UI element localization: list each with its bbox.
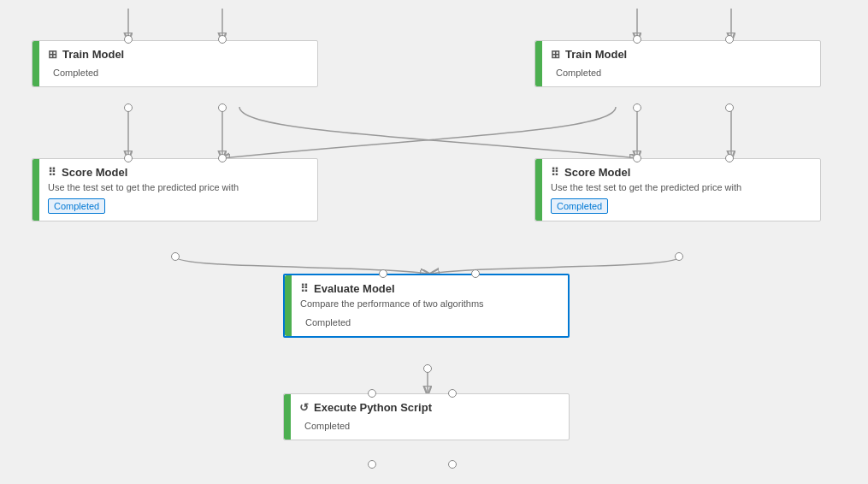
train-model-1-icon: ⊞ — [48, 48, 57, 61]
node-accent — [535, 41, 542, 86]
connector-dot[interactable] — [124, 103, 133, 112]
train-model-1-status: Completed — [48, 66, 103, 80]
connector-dot[interactable] — [218, 154, 227, 162]
train-model-2-status: Completed — [551, 66, 606, 80]
node-body: ⠿ Score Model Use the test set to get th… — [39, 159, 317, 221]
connector-dot[interactable] — [471, 269, 480, 278]
train-model-1-node[interactable]: ⊞ Train Model Completed — [32, 40, 318, 87]
connector-dot[interactable] — [124, 35, 133, 44]
execute-python-status: Completed — [299, 419, 355, 433]
train-model-1-title: Train Model — [62, 48, 124, 61]
score-model-2-node[interactable]: ⠿ Score Model Use the test set to get th… — [534, 158, 821, 221]
evaluate-model-title: Evaluate Model — [314, 282, 395, 295]
execute-python-node[interactable]: ↺ Execute Python Script Completed — [283, 393, 570, 440]
connector-dot[interactable] — [368, 460, 376, 469]
node-accent — [535, 159, 542, 221]
score-model-1-desc: Use the test set to get the predicted pr… — [48, 182, 309, 192]
node-accent — [32, 159, 39, 221]
train-model-2-icon: ⊞ — [551, 48, 560, 61]
connector-dot[interactable] — [633, 154, 641, 162]
connector-dot[interactable] — [448, 389, 457, 398]
connector-dot[interactable] — [725, 103, 734, 112]
connector-dot[interactable] — [379, 269, 387, 278]
evaluate-model-icon: ⠿ — [300, 282, 309, 295]
connector-dot[interactable] — [725, 154, 734, 162]
score-model-1-icon: ⠿ — [48, 166, 56, 179]
node-body: ⊞ Train Model Completed — [542, 41, 820, 86]
connector-dot[interactable] — [368, 389, 376, 398]
connector-dot[interactable] — [633, 103, 641, 112]
score-model-2-status: Completed — [551, 198, 608, 214]
connector-dot[interactable] — [633, 35, 641, 44]
node-accent — [284, 394, 291, 440]
node-body: ⠿ Score Model Use the test set to get th… — [542, 159, 820, 221]
node-title: ⊞ Train Model — [551, 48, 812, 61]
score-model-2-desc: Use the test set to get the predicted pr… — [551, 182, 812, 192]
workflow-canvas: ⊞ Train Model Completed ⊞ Train Model Co… — [0, 0, 868, 484]
node-title: ↺ Execute Python Script — [299, 401, 560, 414]
node-title: ⠿ Score Model — [551, 166, 812, 179]
node-title: ⊞ Train Model — [48, 48, 309, 61]
node-body: ⠿ Evaluate Model Compare the performance… — [292, 275, 568, 336]
node-body: ⊞ Train Model Completed — [39, 41, 317, 86]
connector-dot[interactable] — [423, 364, 432, 373]
score-model-1-title: Score Model — [62, 166, 127, 179]
connector-dot[interactable] — [124, 154, 133, 162]
connector-dot[interactable] — [218, 35, 227, 44]
node-title: ⠿ Score Model — [48, 166, 309, 179]
connector-dot[interactable] — [725, 35, 734, 44]
connector-dot[interactable] — [218, 103, 227, 112]
train-model-2-node[interactable]: ⊞ Train Model Completed — [534, 40, 821, 87]
execute-python-title: Execute Python Script — [314, 401, 432, 414]
evaluate-model-desc: Compare the performance of two algorithm… — [300, 298, 559, 309]
connector-dot[interactable] — [448, 460, 457, 469]
score-model-1-node[interactable]: ⠿ Score Model Use the test set to get th… — [32, 158, 318, 221]
node-accent — [32, 41, 39, 86]
connector-dot[interactable] — [675, 252, 683, 261]
score-model-2-title: Score Model — [564, 166, 630, 179]
evaluate-model-status: Completed — [300, 316, 356, 329]
execute-python-icon: ↺ — [299, 401, 309, 414]
node-title: ⠿ Evaluate Model — [300, 282, 559, 295]
evaluate-model-node[interactable]: ⠿ Evaluate Model Compare the performance… — [283, 274, 570, 338]
score-model-2-icon: ⠿ — [551, 166, 559, 179]
node-accent — [285, 275, 292, 336]
node-body: ↺ Execute Python Script Completed — [291, 394, 569, 440]
score-model-1-status: Completed — [48, 198, 105, 214]
train-model-2-title: Train Model — [565, 48, 627, 61]
connector-dot[interactable] — [171, 252, 180, 261]
